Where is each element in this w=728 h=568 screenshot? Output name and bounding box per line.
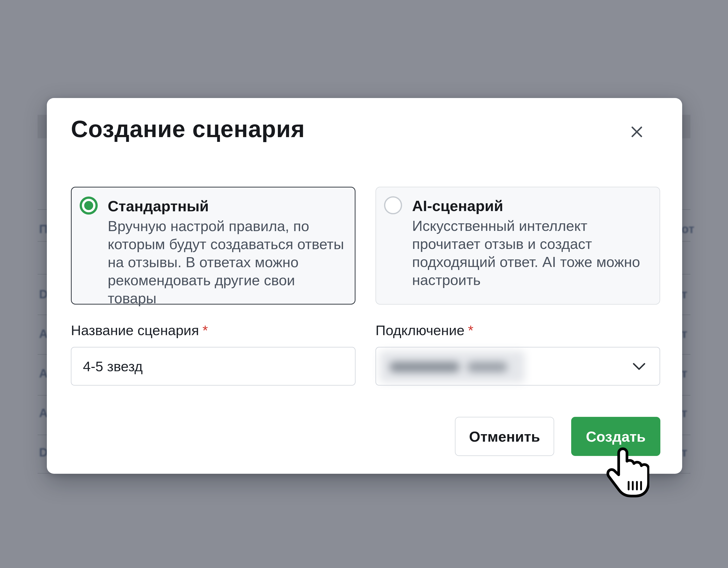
scenario-name-field: Название сценария * <box>71 322 355 339</box>
scenario-type-description: Искусственный интеллект прочитает отзыв … <box>412 217 650 289</box>
scenario-type-card-ai[interactable]: AI-сценарий Искусственный интеллект проч… <box>376 187 660 305</box>
scenario-name-label: Название сценария * <box>71 322 355 339</box>
close-button[interactable] <box>628 123 646 141</box>
modal-title: Создание сценария <box>71 115 305 143</box>
screen: П D A A A D от т т т т т Создание сценар… <box>0 0 728 568</box>
background-text-fragment: т <box>681 407 687 420</box>
scenario-type-card-standard[interactable]: Стандартный Вручную настрой правила, по … <box>71 187 355 305</box>
background-text-fragment: A <box>39 407 48 420</box>
background-text-fragment: от <box>681 222 694 235</box>
scenario-type-description: Вручную настрой правила, по которым буду… <box>108 217 346 307</box>
background-text-fragment: т <box>681 446 687 459</box>
radio-standard-selected[interactable] <box>80 196 98 214</box>
scenario-name-input[interactable] <box>71 347 355 386</box>
scenario-type-options: Стандартный Вручную настрой правила, по … <box>71 187 660 305</box>
background-text-fragment: т <box>681 328 687 341</box>
background-text-fragment: A <box>39 367 48 380</box>
required-asterisk: * <box>202 322 208 339</box>
background-text-fragment: A <box>39 328 48 341</box>
background-text-fragment: т <box>681 367 687 380</box>
background-text-fragment: D <box>39 446 48 459</box>
chevron-down-icon <box>633 363 646 371</box>
cancel-button[interactable]: Отменить <box>455 417 554 456</box>
close-icon <box>630 125 644 139</box>
label-text: Подключение <box>376 322 464 339</box>
radio-ai-unselected[interactable] <box>384 196 402 214</box>
create-scenario-modal: Создание сценария Стандартный Вручную на… <box>47 98 682 474</box>
connection-select[interactable] <box>376 347 660 386</box>
required-asterisk: * <box>468 322 473 339</box>
scenario-type-title: AI-сценарий <box>412 197 503 214</box>
label-text: Название сценария <box>71 322 199 339</box>
connection-field: Подключение * <box>376 322 660 339</box>
background-text-fragment: т <box>681 288 687 301</box>
scenario-type-title: Стандартный <box>108 197 209 215</box>
connection-label: Подключение * <box>376 322 660 339</box>
background-text-fragment: D <box>39 288 48 301</box>
create-button[interactable]: Создать <box>571 417 660 456</box>
redacted-selected-value <box>380 351 525 383</box>
background-text-fragment: П <box>39 222 48 235</box>
